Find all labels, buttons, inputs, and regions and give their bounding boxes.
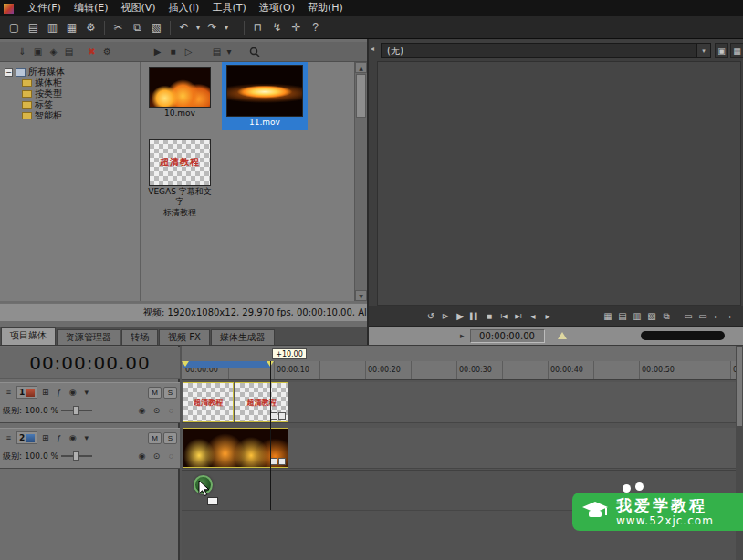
mute-button[interactable]: M xyxy=(148,387,162,399)
external-monitor-2-button[interactable]: ⌐ xyxy=(710,307,725,325)
parent-composite-icon[interactable]: ⊙ xyxy=(151,405,162,417)
tree-item-all-media[interactable]: − 所有媒体 xyxy=(0,67,140,78)
collapse-expander-icon[interactable]: − xyxy=(5,68,13,77)
menu-item-edit[interactable]: 编辑(E) xyxy=(68,0,115,16)
make-child-icon[interactable]: ◌ xyxy=(165,451,177,462)
auto-preview-button[interactable]: ▷ xyxy=(181,44,196,59)
capture-video-button[interactable]: ▣ xyxy=(30,44,46,59)
go-to-start-button[interactable]: Ⅰ◀ xyxy=(497,307,511,325)
parent-composite-icon[interactable]: ⊙ xyxy=(151,451,162,462)
tab-media-generators[interactable]: 媒体生成器 xyxy=(211,329,275,345)
redo-dropdown-icon[interactable]: ▾ xyxy=(222,18,231,36)
get-media-from-web-button[interactable]: ◈ xyxy=(46,44,61,59)
level-slider[interactable] xyxy=(61,406,92,415)
preview-timecode[interactable]: 00:00:00.00 xyxy=(470,329,545,343)
media-item-title-clip[interactable]: 超清教程 VEGAS 字幕和文字 标清教程 xyxy=(145,139,215,218)
pause-button[interactable]: ▌▌ xyxy=(467,307,482,325)
play-from-start-button[interactable]: ⊳ xyxy=(438,307,453,325)
level-slider[interactable] xyxy=(61,451,92,461)
cursor-position-display[interactable]: 00:00:00.00 xyxy=(0,347,180,379)
project-properties-button[interactable]: ▦ xyxy=(62,18,81,36)
chevron-down-icon[interactable]: ▾ xyxy=(696,44,710,57)
undo-button[interactable]: ↶ xyxy=(174,18,194,36)
cut-button[interactable]: ✂ xyxy=(109,18,128,36)
tree-item-by-type[interactable]: 按类型 xyxy=(0,88,140,99)
search-icon[interactable] xyxy=(246,44,262,59)
track-motion-button[interactable]: ⊞ xyxy=(39,387,51,399)
save-project-button[interactable]: ▥ xyxy=(43,18,62,36)
clip-fx-icons[interactable] xyxy=(270,458,286,465)
track-fx-button[interactable]: ƒ xyxy=(53,387,65,399)
chevron-down-icon[interactable]: ▾ xyxy=(80,432,92,444)
menu-item-file[interactable]: 文件(F) xyxy=(21,0,68,16)
lock-envelopes-button[interactable]: ✛ xyxy=(287,18,306,36)
tree-item-smart-bins[interactable]: 智能柜 xyxy=(0,110,140,121)
tab-video-fx[interactable]: 视频 FX xyxy=(159,329,210,345)
menu-item-view[interactable]: 视图(V) xyxy=(114,0,162,16)
timeline-clip-text-2[interactable]: 超清教程 xyxy=(235,382,288,422)
edit-cursor-line[interactable] xyxy=(270,361,271,510)
enable-snapping-button[interactable]: ⊓ xyxy=(248,18,267,36)
paste-button[interactable]: ▧ xyxy=(147,18,166,36)
remove-media-button[interactable]: ✖ xyxy=(84,44,99,59)
track-fx-button[interactable]: ƒ xyxy=(53,432,65,444)
new-project-button[interactable]: ▢ xyxy=(5,18,24,36)
preferences-button[interactable]: ⚙ xyxy=(81,18,100,36)
menu-item-help[interactable]: 帮助(H) xyxy=(301,0,350,16)
import-media-button[interactable]: ⇓ xyxy=(15,44,30,59)
external-monitor-3-button[interactable]: ⌐ xyxy=(725,307,739,325)
redo-button[interactable]: ↷ xyxy=(203,18,222,36)
undo-dropdown-icon[interactable]: ▾ xyxy=(194,18,203,36)
composite-mode-icon[interactable]: ◉ xyxy=(136,405,148,417)
track-header-1[interactable]: ≡ 1 ⊞ ƒ ◉ ▾ M S 级别: 100.0 % ◉ ⊙ ◌ xyxy=(0,382,180,423)
external-monitor-1-button[interactable]: ▭ xyxy=(696,307,710,325)
track-header-2[interactable]: ≡ 2 ⊞ ƒ ◉ ▾ M S 级别: 100.0 % ◉ ⊙ ◌ xyxy=(0,428,180,469)
open-project-button[interactable]: ▤ xyxy=(24,18,43,36)
mute-button[interactable]: M xyxy=(148,432,162,444)
timeline-clip-fire[interactable] xyxy=(183,428,288,468)
marker-bar[interactable] xyxy=(182,346,736,361)
audio-meter[interactable] xyxy=(641,331,725,340)
make-child-icon[interactable]: ◌ xyxy=(165,405,177,417)
media-item-10mov[interactable]: 10.mov xyxy=(145,67,215,119)
automation-settings-button[interactable]: ◉ xyxy=(67,387,78,399)
media-preview-stop-button[interactable]: ■ xyxy=(165,44,181,59)
media-preview-play-button[interactable]: ▶ xyxy=(150,44,165,59)
preview-quality-button[interactable]: ▣ xyxy=(715,43,728,58)
menu-item-tools[interactable]: 工具(T) xyxy=(205,0,252,16)
timeline-clip-text-1[interactable]: 超清教程 xyxy=(183,382,234,422)
stop-button[interactable]: ■ xyxy=(482,307,497,325)
track-menu-icon[interactable]: ≡ xyxy=(3,387,15,399)
scroll-down-icon[interactable]: ▼ xyxy=(355,290,367,301)
split-screen-view-button[interactable]: ▦ xyxy=(601,307,615,325)
next-frame-button[interactable]: ▸ xyxy=(540,307,555,325)
go-to-end-button[interactable]: ▶Ⅰ xyxy=(511,307,526,325)
save-snapshot-button[interactable]: ▭ xyxy=(681,307,696,325)
clip-fx-icons[interactable] xyxy=(270,412,286,420)
fx-preset-dropdown[interactable]: (无) ▾ xyxy=(381,43,711,58)
tab-explorer[interactable]: 资源管理器 xyxy=(57,329,120,345)
previous-frame-button[interactable]: ◂ xyxy=(526,307,540,325)
automation-settings-button[interactable]: ◉ xyxy=(67,432,78,444)
media-properties-button[interactable]: ⚙ xyxy=(99,44,115,59)
whats-this-help-button[interactable]: ? xyxy=(306,18,325,36)
menu-item-options[interactable]: 选项(O) xyxy=(253,0,301,16)
chevron-down-icon[interactable]: ▾ xyxy=(80,387,92,399)
tree-item-media-bins[interactable]: 媒体柜 xyxy=(0,78,140,88)
tab-transitions[interactable]: 转场 xyxy=(121,329,158,345)
loop-region-bar[interactable] xyxy=(183,361,270,368)
scroll-up-icon[interactable]: ▲ xyxy=(355,62,367,73)
new-bin-button[interactable]: ▤ xyxy=(61,44,77,59)
loop-playback-button[interactable]: ↺ xyxy=(424,307,438,325)
menu-item-insert[interactable]: 插入(I) xyxy=(162,0,206,16)
views-button[interactable]: ▤ xyxy=(209,44,225,59)
external-monitor-button[interactable]: ▦ xyxy=(730,43,743,58)
media-vertical-scrollbar[interactable]: ▲ ▼ xyxy=(354,62,367,301)
loop-start-marker[interactable] xyxy=(182,361,189,367)
copy-snapshot-button[interactable]: ⧉ xyxy=(659,307,674,325)
overlay-grid-button[interactable]: ▥ xyxy=(630,307,644,325)
composite-mode-icon[interactable]: ◉ xyxy=(136,451,148,462)
play-button[interactable]: ▶ xyxy=(453,307,467,325)
safe-areas-button[interactable]: ▧ xyxy=(644,307,659,325)
tab-project-media[interactable]: 项目媒体 xyxy=(1,327,56,345)
